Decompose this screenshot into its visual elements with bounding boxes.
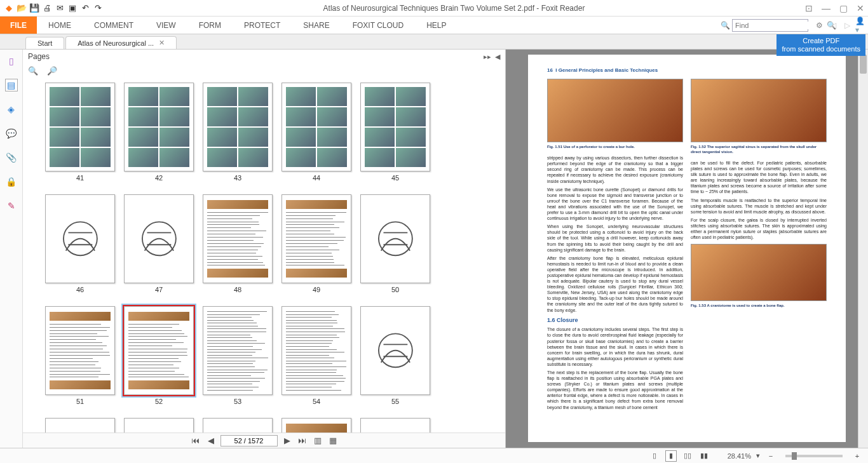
thumbnail-cell[interactable]: 55 (357, 306, 433, 415)
thumbnail-page-56[interactable] (45, 418, 115, 433)
thumbnail-page-53[interactable] (203, 306, 273, 395)
pages-panel-icon[interactable]: ▤ (5, 79, 18, 91)
ribbon-tab-help[interactable]: HELP (415, 17, 458, 34)
close-icon[interactable]: ✕ (857, 3, 864, 13)
email-icon[interactable]: ✉ (55, 3, 65, 13)
page-layout2-icon[interactable]: ▦ (327, 436, 339, 445)
thumbnail-cell[interactable]: 50 (357, 194, 433, 304)
settings-icon[interactable]: ⚙ (813, 20, 825, 31)
thumbnail-page-55[interactable] (360, 306, 430, 395)
collapse-ribbon-icon[interactable]: ⊡ (805, 3, 813, 13)
view-facing-icon[interactable]: ▯▯ (682, 450, 693, 462)
thumbnail-page-48[interactable] (203, 194, 273, 283)
promo-banner[interactable]: Create PDF from scanned documents (776, 34, 865, 56)
minimize-icon[interactable]: — (822, 3, 831, 13)
undo-icon[interactable]: ↶ (80, 3, 90, 13)
thumbnail-cell[interactable]: 59 (278, 418, 355, 433)
vertical-scrollbar[interactable] (858, 50, 868, 448)
doc-tab-start[interactable]: Start (25, 37, 64, 49)
thumbnail-cell[interactable]: 52 (121, 306, 197, 415)
view-continuous-facing-icon[interactable]: ▮▮ (698, 450, 710, 462)
thumbnail-page-58[interactable] (203, 418, 273, 433)
find-box[interactable]: 🔍 (732, 19, 808, 32)
thumbnail-cell[interactable]: 41 (42, 83, 118, 192)
redo-icon[interactable]: ↷ (93, 3, 103, 13)
thumbnail-page-50[interactable] (360, 194, 430, 283)
panel-collapse-icon[interactable]: ◀ (495, 53, 500, 61)
layers-panel-icon[interactable]: ◈ (5, 103, 18, 116)
thumbnail-cell[interactable]: 43 (200, 83, 276, 192)
file-tab[interactable]: FILE (0, 17, 37, 34)
thumbnail-cell[interactable]: 58 (200, 418, 276, 433)
first-page-icon[interactable]: ⏮ (190, 436, 201, 445)
zoom-in-icon[interactable]: + (851, 450, 863, 462)
thumbnail-page-45[interactable] (360, 83, 430, 171)
prev-result-icon[interactable]: ◁ (827, 20, 839, 31)
thumbnail-cell[interactable]: 51 (42, 306, 118, 415)
ribbon-tab-comment[interactable]: COMMENT (83, 17, 145, 34)
find-input[interactable] (733, 22, 825, 29)
next-result-icon[interactable]: ▷ (841, 20, 853, 31)
thumbnail-cell[interactable]: 45 (357, 83, 433, 192)
thumbnail-page-41[interactable] (45, 83, 115, 171)
thumbnail-page-57[interactable] (124, 418, 194, 433)
zoom-out-icon[interactable]: − (765, 450, 776, 462)
thumbnail-page-47[interactable] (124, 194, 194, 283)
thumbnail-page-49[interactable] (281, 194, 351, 283)
thumbnail-cell[interactable]: 49 (278, 194, 355, 304)
thumbnail-cell[interactable]: 57 (121, 418, 197, 433)
ribbon-tab-protect[interactable]: PROTECT (233, 17, 292, 34)
thumbnail-page-59[interactable] (281, 418, 351, 433)
zoom-slider-knob[interactable] (792, 452, 797, 460)
thumbnail-cell[interactable]: 46 (42, 194, 118, 304)
page-layout-icon[interactable]: ▥ (312, 436, 323, 445)
thumbnail-cell[interactable]: 47 (121, 194, 197, 304)
thumbnail-cell[interactable]: 56 (42, 418, 118, 433)
thumbnail-page-44[interactable] (281, 83, 351, 171)
bookmark-panel-icon[interactable]: ▯ (5, 55, 18, 67)
ribbon-tab-share[interactable]: SHARE (292, 17, 341, 34)
ribbon-tab-view[interactable]: VIEW (145, 17, 187, 34)
security-panel-icon[interactable]: 🔒 (5, 175, 18, 188)
thumbnail-cell[interactable]: 54 (278, 306, 355, 415)
thumbnail-page-52[interactable] (124, 306, 194, 395)
attachments-panel-icon[interactable]: 📎 (5, 151, 18, 164)
thumb-enlarge-icon[interactable]: 🔍 (28, 66, 38, 76)
search-tool-icon[interactable]: 🔍 (719, 20, 731, 31)
document-view[interactable]: 16 I General Principles and Basic Techni… (506, 50, 868, 448)
ribbon-tab-home[interactable]: HOME (37, 17, 83, 34)
comments-panel-icon[interactable]: 💬 (5, 127, 18, 140)
view-continuous-icon[interactable]: ▮ (665, 450, 677, 462)
thumbnail-cell[interactable]: 44 (278, 83, 355, 192)
maximize-icon[interactable]: ▢ (839, 3, 848, 13)
thumb-reduce-icon[interactable]: 🔎 (47, 66, 57, 76)
page-number-input[interactable] (220, 435, 278, 446)
view-single-icon[interactable]: ▯ (649, 450, 660, 462)
user-icon[interactable]: 👤▾ (855, 20, 867, 31)
signature-panel-icon[interactable]: ✎ (5, 199, 18, 212)
ribbon-tab-foxitcloud[interactable]: FOXIT CLOUD (341, 17, 415, 34)
close-tab-icon[interactable]: ✕ (159, 39, 165, 47)
next-page-icon[interactable]: ▶ (281, 436, 293, 445)
thumbnail-cell[interactable]: 60 (357, 418, 433, 433)
last-page-icon[interactable]: ⏭ (297, 436, 308, 445)
doc-tab-atlas[interactable]: Atlas of Neurosurgical ... ✕ (65, 36, 177, 49)
thumbnail-page-60[interactable] (360, 418, 430, 433)
thumbnail-cell[interactable]: 53 (200, 306, 276, 415)
print-icon[interactable]: 🖨 (42, 3, 52, 13)
thumbnail-page-46[interactable] (45, 194, 115, 283)
thumbnail-cell[interactable]: 42 (121, 83, 197, 192)
save-icon[interactable]: 💾 (29, 3, 39, 13)
thumbnail-page-43[interactable] (203, 83, 273, 171)
panel-menu-icon[interactable]: ▸▸ (484, 53, 491, 61)
zoom-dropdown-icon[interactable]: ▾ (756, 452, 760, 460)
snapshot-icon[interactable]: ▣ (67, 3, 78, 13)
thumbnail-page-54[interactable] (281, 306, 351, 395)
scrollbar-thumb[interactable] (860, 55, 867, 74)
thumbnail-page-42[interactable] (124, 83, 194, 171)
ribbon-tab-form[interactable]: FORM (187, 17, 233, 34)
thumbnail-page-51[interactable] (45, 306, 115, 395)
prev-page-icon[interactable]: ◀ (205, 436, 217, 445)
open-icon[interactable]: 📂 (17, 3, 27, 13)
thumbnail-cell[interactable]: 48 (200, 194, 276, 304)
